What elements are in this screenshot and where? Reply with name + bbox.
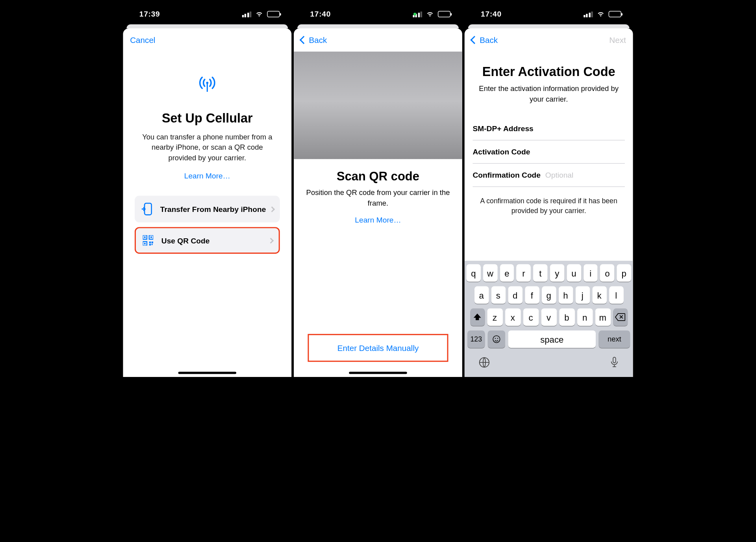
cancel-button[interactable]: Cancel [130,35,155,45]
svg-rect-4 [144,237,146,238]
key-h[interactable]: h [558,286,573,304]
smdp-address-field[interactable]: SM-DP+ Address [472,117,624,141]
emoji-key[interactable] [488,330,505,348]
key-k[interactable]: k [592,286,607,304]
qr-code-icon [142,236,154,246]
key-c[interactable]: c [523,308,539,326]
svg-rect-6 [150,237,152,238]
key-b[interactable]: b [559,308,574,326]
status-time: 17:40 [481,10,502,19]
svg-point-14 [495,338,496,339]
key-p[interactable]: p [617,264,632,282]
page-title: Set Up Cellular [129,111,285,126]
status-bar: 17:40 [293,4,463,24]
wifi-icon [426,10,434,19]
svg-rect-8 [144,243,146,245]
option-use-qr-code[interactable]: Use QR Code [135,227,280,254]
confirmation-code-field[interactable]: Confirmation Code Optional [472,164,624,187]
transfer-icon [141,203,153,215]
svg-point-15 [497,338,498,339]
status-bar: 17:39 [122,4,293,24]
learn-more-link[interactable]: Learn More… [355,215,401,224]
field-label: Activation Code [472,147,530,156]
key-y[interactable]: y [550,264,565,282]
page-title: Enter Activation Code [472,64,624,79]
key-s[interactable]: s [491,286,506,304]
next-button[interactable]: Next [609,35,626,45]
field-label: SM-DP+ Address [472,124,533,133]
key-r[interactable]: r [517,264,531,282]
svg-rect-12 [152,244,153,245]
activation-code-field[interactable]: Activation Code [472,141,624,164]
key-f[interactable]: f [524,286,539,304]
wifi-icon [255,10,263,19]
status-time: 17:40 [310,10,331,19]
nav-bar: Back Next [465,28,633,52]
option-label: Transfer From Nearby iPhone [160,205,266,213]
key-z[interactable]: z [487,308,503,326]
svg-rect-17 [613,357,616,363]
back-button[interactable]: Back [301,35,327,45]
globe-key[interactable] [478,356,491,371]
svg-rect-10 [152,242,153,243]
field-hint: A confirmation code is required if it ha… [472,187,624,216]
cellular-signal-icon [242,11,251,17]
numbers-key[interactable]: 123 [467,330,485,348]
field-label: Confirmation Code [472,171,541,179]
key-u[interactable]: u [567,264,581,282]
key-l[interactable]: l [609,286,623,304]
home-indicator[interactable] [178,372,237,374]
shift-key[interactable] [470,308,485,326]
key-v[interactable]: v [541,308,557,326]
option-label: Use QR Code [161,236,210,245]
key-e[interactable]: e [500,264,514,282]
camera-active-indicator [413,13,416,15]
field-placeholder: Optional [545,171,573,179]
key-n[interactable]: n [577,308,593,326]
option-transfer-nearby[interactable]: Transfer From Nearby iPhone [135,196,280,223]
back-button[interactable]: Back [471,35,498,45]
space-key[interactable]: space [508,330,596,348]
camera-viewfinder [294,52,462,159]
keyboard: qwertyuiop asdfghjkl zxcvbnm 123 space n… [465,261,633,377]
cellular-icon [195,74,220,95]
wifi-icon [597,10,605,19]
nav-bar: Cancel [123,28,291,52]
key-o[interactable]: o [600,264,615,282]
chevron-left-icon [300,36,308,44]
backspace-key[interactable] [613,308,628,326]
page-title: Scan QR code [302,169,454,183]
svg-rect-1 [207,83,208,92]
learn-more-link[interactable]: Learn More… [184,171,230,180]
page-subtitle: Position the QR code from your carrier i… [302,188,454,209]
page-subtitle: You can transfer a phone number from a n… [129,132,285,163]
chevron-right-icon [269,206,275,212]
nav-bar: Back [294,28,462,52]
key-w[interactable]: w [483,264,498,282]
svg-rect-11 [149,244,151,246]
key-a[interactable]: a [474,286,489,304]
key-t[interactable]: t [533,264,548,282]
dictation-key[interactable] [609,356,620,371]
battery-icon [609,11,621,17]
svg-point-13 [493,336,500,343]
chevron-right-icon [268,238,274,244]
svg-rect-9 [149,242,151,243]
next-key[interactable]: next [599,330,630,348]
key-d[interactable]: d [508,286,523,304]
cellular-signal-icon [583,11,593,17]
page-subtitle: Enter the activation information provide… [472,84,624,105]
chevron-left-icon [470,36,478,44]
status-time: 17:39 [139,10,160,19]
enter-details-manually-button[interactable]: Enter Details Manually [308,334,448,362]
key-q[interactable]: q [466,264,481,282]
battery-icon [438,11,450,17]
status-bar: 17:40 [463,4,634,24]
key-g[interactable]: g [541,286,556,304]
key-j[interactable]: j [575,286,590,304]
key-x[interactable]: x [505,308,521,326]
home-indicator[interactable] [349,372,407,374]
key-i[interactable]: i [584,264,598,282]
key-m[interactable]: m [595,308,611,326]
battery-icon [267,11,280,17]
